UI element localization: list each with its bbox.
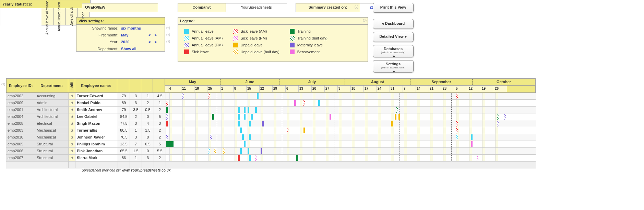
cell-shift[interactable]: d [69, 107, 75, 113]
timeline[interactable] [166, 155, 536, 162]
leave-mark[interactable] [296, 155, 298, 161]
leave-mark[interactable] [477, 155, 478, 161]
databases-button[interactable]: Databases (admin access only) [373, 45, 414, 57]
leave-mark[interactable] [223, 148, 225, 154]
setting-value[interactable]: May [121, 33, 148, 37]
leave-mark[interactable] [294, 100, 296, 106]
leave-mark[interactable] [208, 148, 210, 154]
leave-mark[interactable] [471, 134, 473, 140]
setting-value[interactable]: six months [121, 26, 148, 30]
col-department[interactable]: Department: [35, 79, 68, 92]
cell-shift[interactable]: d [69, 141, 75, 148]
leave-mark[interactable] [166, 121, 168, 126]
cell-name[interactable]: Pink Jonathan [75, 148, 118, 155]
leave-mark[interactable] [318, 100, 320, 106]
cell-name[interactable]: Sierra Mark [75, 155, 118, 162]
footer-link[interactable]: www.YourSpreadsheets.co.uk [122, 168, 171, 172]
leave-mark[interactable] [166, 141, 174, 147]
leave-mark[interactable] [396, 107, 398, 113]
leave-mark[interactable] [208, 93, 210, 99]
col-employee-id[interactable]: Employee ID: [7, 79, 35, 92]
timeline[interactable] [166, 93, 536, 100]
leave-mark[interactable] [249, 155, 251, 161]
leave-mark[interactable] [248, 107, 249, 113]
print-button[interactable]: Print this View [373, 3, 414, 13]
setting-value[interactable]: Show all [121, 47, 148, 51]
leave-mark[interactable] [456, 128, 458, 133]
leave-mark[interactable] [456, 121, 458, 126]
leave-mark[interactable] [262, 121, 264, 126]
leave-mark[interactable] [395, 114, 396, 120]
leave-mark[interactable] [287, 128, 288, 133]
leave-mark[interactable] [212, 114, 214, 120]
timeline[interactable] [166, 148, 536, 155]
help-icon[interactable]: (?) [166, 33, 170, 36]
settings-button[interactable]: Settings (admin access only) [373, 60, 414, 73]
timeline[interactable] [166, 100, 536, 107]
leave-mark[interactable] [214, 148, 216, 154]
cell-shift[interactable]: d [69, 100, 75, 107]
cell-shift[interactable]: d [69, 120, 75, 127]
leave-mark[interactable] [238, 121, 240, 126]
leave-mark[interactable] [238, 107, 240, 113]
leave-mark[interactable] [456, 93, 458, 99]
leave-mark[interactable] [330, 114, 331, 120]
prev-next-arrows[interactable]: < > [148, 40, 158, 44]
leave-mark[interactable] [257, 93, 259, 99]
help-icon[interactable]: (?) [1, 82, 5, 86]
cell-name[interactable]: Smith Andrew [75, 107, 118, 113]
cell-name[interactable]: Phillips Ibrahim [75, 141, 118, 148]
timeline[interactable] [166, 113, 536, 120]
leave-mark[interactable] [240, 128, 242, 133]
timeline[interactable] [166, 134, 536, 141]
cell-shift[interactable]: d [69, 113, 75, 120]
leave-mark[interactable] [240, 148, 242, 154]
col-employee-name[interactable]: Employee name: [75, 79, 117, 92]
leave-mark[interactable] [244, 114, 246, 120]
leave-mark[interactable] [471, 141, 473, 147]
help-icon[interactable]: (?) [166, 26, 170, 30]
leave-mark[interactable] [303, 100, 305, 106]
leave-mark[interactable] [398, 114, 400, 120]
cell-shift[interactable]: d [69, 127, 75, 134]
leave-mark[interactable] [244, 141, 246, 147]
timeline[interactable] [166, 120, 536, 127]
leave-mark[interactable] [166, 114, 168, 120]
leave-mark[interactable] [456, 134, 458, 140]
leave-mark[interactable] [182, 93, 184, 99]
leave-mark[interactable] [166, 100, 168, 106]
leave-mark[interactable] [166, 107, 168, 113]
cell-name[interactable]: Turner Ellis [75, 127, 118, 134]
leave-mark[interactable] [497, 114, 499, 120]
leave-mark[interactable] [504, 114, 506, 120]
leave-mark[interactable] [255, 155, 257, 161]
leave-mark[interactable] [391, 121, 393, 126]
timeline[interactable] [166, 127, 536, 134]
leave-mark[interactable] [303, 128, 305, 133]
leave-mark[interactable] [238, 114, 240, 120]
help-icon[interactable]: (?) [355, 5, 358, 9]
leave-mark[interactable] [210, 134, 212, 140]
leave-mark[interactable] [166, 134, 168, 140]
leave-mark[interactable] [497, 121, 499, 126]
setting-value[interactable]: 2020 [121, 40, 148, 44]
prev-next-arrows[interactable]: < > [148, 33, 158, 37]
cell-name[interactable]: Singh Mason [75, 120, 118, 127]
cell-name[interactable]: Turner Edward [75, 93, 118, 100]
help-icon[interactable]: (?) [166, 40, 170, 43]
cell-name[interactable]: Lee Gabriel [75, 113, 118, 120]
leave-mark[interactable] [249, 134, 251, 140]
leave-mark[interactable] [242, 134, 244, 140]
cell-shift[interactable]: d [69, 93, 75, 100]
cell-shift[interactable]: d [69, 155, 75, 162]
leave-mark[interactable] [251, 114, 253, 120]
leave-mark[interactable] [249, 121, 251, 126]
cell-name[interactable]: Henkel Pablo [75, 100, 118, 107]
leave-mark[interactable] [255, 107, 257, 113]
dashboard-button[interactable]: Dashboard [373, 19, 414, 29]
timeline[interactable] [166, 141, 536, 148]
leave-mark[interactable] [261, 148, 262, 154]
detailed-view-button[interactable]: Detailed View [373, 32, 414, 42]
leave-mark[interactable] [248, 148, 249, 154]
cell-shift[interactable]: d [69, 134, 75, 141]
